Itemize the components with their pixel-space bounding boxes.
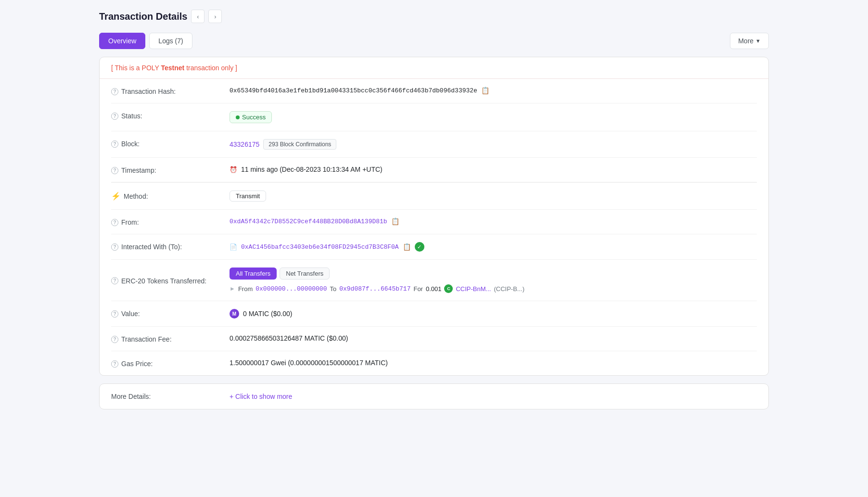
matic-icon: M: [230, 309, 239, 319]
from-address-link[interactable]: 0xdA5f4342c7D8552C9cef448BB28D0Bd8A139D8…: [230, 218, 387, 225]
tx-fee-label: ? Transaction Fee:: [111, 334, 222, 343]
token-name-link[interactable]: CCIP-BnM...: [456, 285, 491, 293]
from-row: ? From: 0xdA5f4342c7D8552C9cef448BB28D0B…: [111, 210, 757, 234]
tx-fee-row: ? Transaction Fee: 0.000275866503126487 …: [111, 327, 757, 351]
transfer-arrow-icon: ►: [230, 285, 235, 292]
value-amount: 0 MATIC ($0.00): [243, 310, 292, 318]
show-more-link[interactable]: + Click to show more: [230, 393, 292, 400]
testnet-banner: [ This is a POLY Testnet transaction onl…: [100, 57, 768, 79]
method-label: ⚡ Method:: [111, 191, 222, 201]
transfer-to-address[interactable]: 0x9d087f...6645b717: [339, 285, 410, 293]
transaction-hash-row: ? Transaction Hash: 0x65349bfd4016a3e1fe…: [111, 79, 757, 103]
status-label: ? Status:: [111, 111, 222, 120]
timestamp-label: ? Timestamp:: [111, 166, 222, 174]
verified-icon: ✓: [415, 242, 424, 252]
chevron-down-icon: ▼: [755, 38, 761, 44]
token-icon: C: [444, 284, 453, 293]
method-row: ⚡ Method: Transmit: [111, 182, 757, 210]
tx-fee-value: 0.000275866503126487 MATIC ($0.00): [230, 334, 348, 342]
nav-next-button[interactable]: ›: [208, 10, 222, 23]
gas-price-row: ? Gas Price: 1.500000017 Gwei (0.0000000…: [111, 351, 757, 375]
help-icon[interactable]: ?: [111, 310, 118, 318]
interacted-with-label: ? Interacted With (To):: [111, 242, 222, 251]
more-details-label: More Details:: [111, 393, 222, 400]
help-icon[interactable]: ?: [111, 360, 118, 368]
erc20-net-transfers-tab[interactable]: Net Transfers: [280, 268, 330, 280]
timestamp-row: ? Timestamp: ⏰ 11 mins ago (Dec-08-2023 …: [111, 158, 757, 182]
gas-price-value: 1.500000017 Gwei (0.000000001500000017 M…: [230, 359, 388, 367]
erc20-row: ? ERC-20 Tokens Transferred: All Transfe…: [111, 260, 757, 301]
block-number-link[interactable]: 43326175: [230, 140, 259, 148]
tab-logs[interactable]: Logs (7): [149, 33, 192, 49]
help-icon[interactable]: ?: [111, 219, 118, 226]
transaction-hash-value: 0x65349bfd4016a3e1feb1bd91a0043315bcc0c3…: [230, 87, 477, 94]
help-icon[interactable]: ?: [111, 336, 118, 343]
copy-hash-icon[interactable]: 📋: [481, 87, 489, 94]
help-icon[interactable]: ?: [111, 88, 118, 95]
timestamp-value: 11 mins ago (Dec-08-2023 10:13:34 AM +UT…: [241, 166, 383, 173]
token-ticker: (CCIP-B...): [494, 285, 524, 293]
method-badge: Transmit: [230, 191, 266, 202]
block-confirmations-badge: 293 Block Confirmations: [263, 139, 336, 150]
transfer-amount: 0.001: [426, 285, 442, 293]
erc20-label: ? ERC-20 Tokens Transferred:: [111, 268, 222, 293]
block-label: ? Block:: [111, 139, 222, 148]
clock-icon: ⏰: [230, 166, 237, 173]
help-icon[interactable]: ?: [111, 140, 118, 148]
interacted-with-row: ? Interacted With (To): 📄 0xAC1456bafcc3…: [111, 234, 757, 260]
help-icon[interactable]: ?: [111, 113, 118, 120]
nav-prev-button[interactable]: ‹: [191, 10, 204, 23]
from-label: ? From:: [111, 217, 222, 226]
transfer-from-address[interactable]: 0x000000...00000000: [255, 285, 327, 293]
lightning-icon: ⚡: [111, 191, 121, 201]
status-badge: Success: [230, 111, 272, 123]
status-dot: [236, 115, 240, 119]
status-row: ? Status: Success: [111, 103, 757, 131]
transfer-row: ► From 0x000000...00000000 To 0x9d087f..…: [230, 284, 524, 293]
block-row: ? Block: 43326175 293 Block Confirmation…: [111, 131, 757, 158]
erc20-all-transfers-tab[interactable]: All Transfers: [230, 268, 277, 280]
more-details-card: More Details: + Click to show more: [99, 383, 769, 409]
value-label: ? Value:: [111, 309, 222, 318]
transaction-card: [ This is a POLY Testnet transaction onl…: [99, 57, 769, 376]
help-icon[interactable]: ?: [111, 277, 118, 284]
more-dropdown-button[interactable]: More ▼: [730, 33, 769, 49]
gas-price-label: ? Gas Price:: [111, 359, 222, 368]
page-title: Transaction Details: [99, 11, 187, 22]
interacted-with-address-link[interactable]: 0xAC1456bafcc3403eb6e34f08FD2945cd7B3C8F…: [241, 243, 399, 251]
transaction-hash-label: ? Transaction Hash:: [111, 87, 222, 95]
value-row: ? Value: M 0 MATIC ($0.00): [111, 301, 757, 327]
erc20-tabs: All Transfers Net Transfers: [230, 268, 330, 280]
contract-icon: 📄: [230, 243, 237, 251]
tab-overview[interactable]: Overview: [99, 33, 145, 49]
tabs-bar: Overview Logs (7) More ▼: [99, 33, 769, 49]
copy-from-icon[interactable]: 📋: [391, 217, 399, 225]
help-icon[interactable]: ?: [111, 243, 118, 251]
copy-to-icon[interactable]: 📋: [403, 243, 411, 251]
help-icon[interactable]: ?: [111, 167, 118, 174]
